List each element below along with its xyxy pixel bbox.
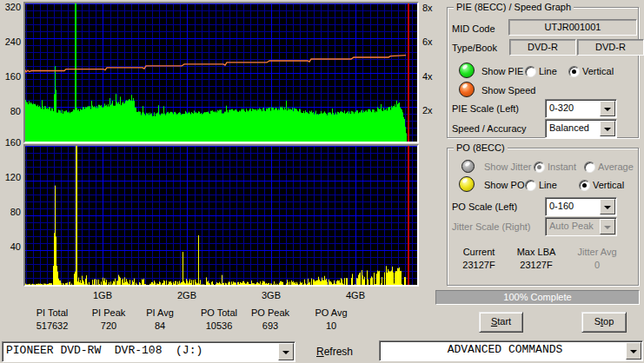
speed-accuracy-label: Speed / Accuracy [452,123,527,134]
show-jitter-led-button [461,160,475,173]
mid-code-value: UTJR001001 [508,19,637,36]
po-scale-value: 0-160 [549,198,601,214]
stop-button[interactable]: Stop [581,312,627,333]
po-graph-canvas [25,146,417,285]
max-lba-label: Max LBA [510,247,562,257]
show-po-led-button[interactable] [459,176,475,192]
xtick-2gb: 2GB [177,290,196,300]
show-pie-led-button[interactable] [459,63,475,78]
dropdown-arrow-icon[interactable] [626,342,641,360]
jitter-instant-radio [534,162,545,173]
pie-speed-graph-canvas [25,3,417,142]
po-scale-label: PO Scale (Left) [452,201,517,212]
po-ytick-40: 40 [0,241,21,252]
pie-speed-graph [23,2,419,143]
xtick-4gb: 4GB [346,290,365,300]
book-value: DVD-R [577,39,644,56]
xtick-3gb: 3GB [262,290,281,300]
advanced-commands-select[interactable]: ADVANCED COMMANDS [379,340,643,361]
pie-speed-group: PIE (8ECC) / Speed Graph MID Code UTJR00… [447,7,639,138]
pie-scale-select[interactable]: 0-320 [545,99,617,118]
drive-select-value: PIONEER DVD-RW DVR-108 (J:) [6,342,279,360]
pie-ytick-240: 240 [0,36,21,47]
show-pie-label: Show PIE [481,66,523,76]
speed-tick-8x: 8x [422,3,442,13]
led-highlight [461,178,468,184]
jitter-scale-value: Auto Peak [549,218,601,234]
current-lba-label: Current [455,247,503,257]
led-highlight [461,83,468,89]
pie-ytick-80: 80 [0,106,21,116]
jitter-instant-label: Instant [548,162,576,172]
jitter-scale-label: Jitter Scale (Right) [452,221,530,232]
scan-progress-bar: 100% Complete [435,290,640,305]
max-lba-value: 23127F [510,260,562,270]
drive-select[interactable]: PIONEER DVD-RW DVR-108 (J:) [2,341,295,362]
disc-quality-scan-window: 320 240 160 80 8x 6x 4x 2x 160 120 80 40… [0,0,644,363]
type-value: DVD-R [509,39,576,56]
stat-value: 10 [292,320,370,332]
dropdown-arrow-icon[interactable] [600,199,615,214]
po-ytick-160: 160 [0,137,21,148]
speed-accuracy-select[interactable]: Balanced [545,119,617,138]
po-line-label[interactable]: Line [539,180,557,190]
show-speed-label: Show Speed [481,85,535,96]
pie-group-title: PIE (8ECC) / Speed Graph [454,2,574,12]
start-button[interactable]: Start [479,312,523,333]
stat-label: PO Avg [292,307,370,319]
jitter-avg-value: 0 [569,260,625,270]
po-line-radio[interactable] [525,180,536,191]
speed-tick-6x: 6x [422,36,442,47]
stat-po-avg: PO Avg10 [292,307,370,332]
mid-code-label: MID Code [452,23,495,34]
po-ytick-120: 120 [0,172,21,182]
speed-tick-4x: 4x [422,71,442,82]
led-highlight [464,162,470,168]
pie-scale-value: 0-320 [549,100,601,116]
po-ytick-80: 80 [0,207,21,217]
led-highlight [461,64,468,70]
dropdown-arrow-icon[interactable] [600,101,615,116]
dropdown-arrow-icon [600,219,615,234]
pie-vertical-radio[interactable] [568,66,580,77]
type-book-label: Type/Book [452,43,497,53]
jitter-avg-label: Jitter Avg [569,247,625,257]
po-group-title: PO (8ECC) [454,142,508,153]
po-graph [23,144,419,287]
po-vertical-radio[interactable] [579,180,590,191]
show-speed-led-button[interactable] [459,82,475,97]
pie-scale-label: PIE Scale (Left) [452,103,519,114]
po-group: PO (8ECC) Show Jitter Instant Average Sh… [447,148,639,286]
pie-line-label[interactable]: Line [539,66,557,76]
pie-ytick-320: 320 [0,2,21,12]
po-vertical-label[interactable]: Vertical [593,180,624,190]
show-jitter-label: Show Jitter [484,162,531,172]
po-scale-select[interactable]: 0-160 [545,197,617,216]
dropdown-arrow-icon[interactable] [600,121,615,136]
speed-accuracy-value: Balanced [549,120,601,135]
advanced-commands-value: ADVANCED COMMANDS [383,341,627,359]
current-lba-value: 23127F [455,260,503,270]
pie-ytick-160: 160 [0,71,21,82]
dropdown-arrow-icon[interactable] [278,343,294,360]
refresh-button[interactable]: Refresh [316,346,353,358]
jitter-average-radio [584,162,595,173]
pie-vertical-label[interactable]: Vertical [582,66,614,76]
pie-line-radio[interactable] [525,66,536,77]
jitter-scale-select: Auto Peak [545,217,617,236]
show-po-label: Show PO [484,180,524,190]
jitter-average-label: Average [598,162,634,172]
speed-tick-2x: 2x [422,105,442,116]
xtick-1gb: 1GB [93,290,112,300]
